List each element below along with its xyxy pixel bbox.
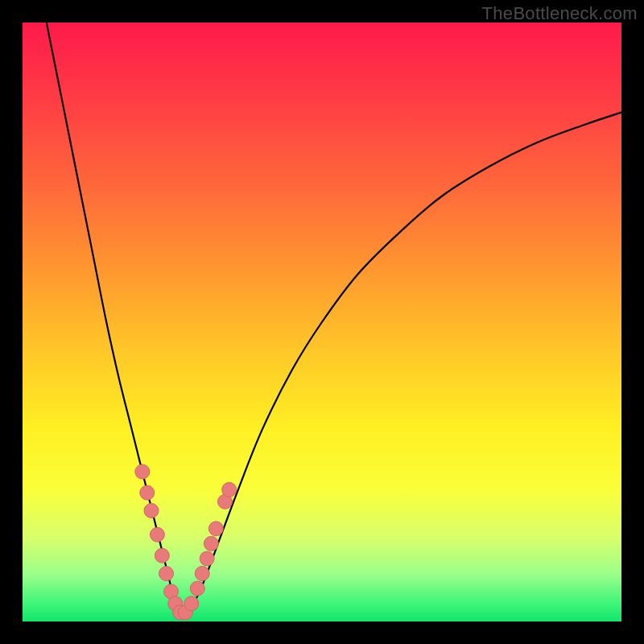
curve-marker [135,464,150,479]
curve-marker [144,503,159,518]
curve-layer [23,23,621,621]
curve-marker [159,566,174,580]
curve-markers [135,464,237,620]
curve-marker [204,536,218,551]
curve-marker [195,566,209,580]
curve-marker [150,527,164,542]
bottleneck-curve [47,23,621,616]
curve-marker [140,485,155,500]
plot-area [23,23,621,621]
curve-marker [184,597,199,611]
curve-marker [200,551,214,566]
curve-marker [222,482,237,497]
chart-frame: TheBottleneck.com [0,0,644,644]
watermark-text: TheBottleneck.com [482,3,638,24]
curve-marker [190,581,204,596]
curve-marker [155,548,169,563]
curve-marker [208,522,223,536]
